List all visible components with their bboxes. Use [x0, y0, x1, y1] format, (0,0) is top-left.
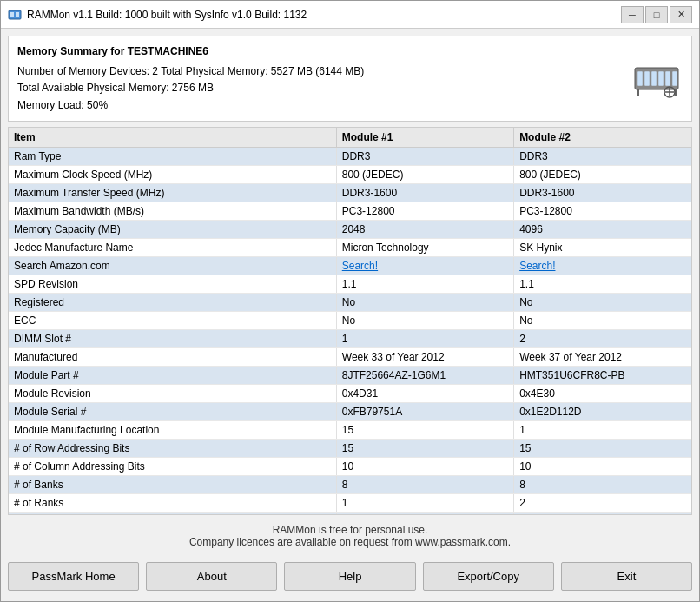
cell-mod1: Week 33 of Year 2012 [336, 347, 513, 366]
cell-item: Ram Type [9, 147, 336, 165]
svg-rect-1 [10, 12, 14, 17]
svg-rect-10 [637, 89, 639, 96]
cell-mod2: DDR3 [514, 147, 691, 165]
svg-rect-7 [658, 71, 664, 86]
cell-item: Device Width in Bits [9, 512, 336, 515]
export-copy-button[interactable]: Export/Copy [423, 562, 554, 591]
data-table-wrapper: Item Module #1 Module #2 Ram TypeDDR3DDR… [8, 127, 692, 515]
about-button[interactable]: About [146, 562, 277, 591]
table-row: Search Amazon.comSearch!Search! [9, 256, 691, 275]
cell-item: Registered [9, 293, 336, 311]
cell-mod1: 0x4D31 [336, 384, 513, 402]
maximize-button[interactable]: □ [645, 6, 668, 23]
cell-item: Jedec Manufacture Name [9, 238, 336, 256]
summary-section: Memory Summary for TESTMACHINE6 Number o… [8, 36, 692, 122]
button-row: PassMark Home About Help Export/Copy Exi… [8, 557, 692, 594]
cell-item: Maximum Transfer Speed (MHz) [9, 183, 336, 202]
table-row: # of Ranks12 [9, 493, 691, 512]
summary-line1: Number of Memory Devices: 2 Total Physic… [17, 63, 364, 80]
table-row: Maximum Transfer Speed (MHz)DDR3-1600DDR… [9, 183, 691, 202]
cell-mod1: Micron Technology [336, 238, 513, 256]
table-row: # of Column Addressing Bits1010 [9, 457, 691, 475]
table-row: Module Part #8JTF25664AZ-1G6M1HMT351U6CF… [9, 366, 691, 384]
cell-item: Module Part # [9, 366, 336, 384]
content-area: Memory Summary for TESTMACHINE6 Number o… [1, 29, 699, 601]
passmark-home-button[interactable]: PassMark Home [8, 562, 139, 591]
svg-rect-2 [16, 12, 19, 17]
cell-mod1: 15 [336, 439, 513, 457]
cell-mod1: 15 [336, 420, 513, 439]
cell-mod2: HMT351U6CFR8C-PB [514, 366, 691, 384]
cell-mod2: DDR3-1600 [514, 183, 691, 202]
table-row: Maximum Bandwidth (MB/s)PC3-12800PC3-128… [9, 202, 691, 220]
table-row: DIMM Slot #12 [9, 329, 691, 347]
col-header-item: Item [9, 128, 336, 148]
cell-mod1: PC3-12800 [336, 202, 513, 220]
cell-item: Module Serial # [9, 402, 336, 420]
cell-mod1: No [336, 293, 513, 311]
cell-mod2: 800 (JEDEC) [514, 165, 691, 183]
cell-mod1: 8 [336, 475, 513, 493]
cell-mod1: No [336, 311, 513, 329]
cell-item: # of Banks [9, 475, 336, 493]
minimize-button[interactable]: ─ [621, 6, 644, 23]
table-row: SPD Revision1.11.1 [9, 275, 691, 293]
cell-item: # of Column Addressing Bits [9, 457, 336, 475]
cell-mod1: 8 [336, 512, 513, 515]
cell-mod2: 2 [514, 493, 691, 512]
cell-mod2: 8 [514, 512, 691, 515]
cell-item: ECC [9, 311, 336, 329]
summary-line2: Total Available Physical Memory: 2756 MB [17, 80, 364, 96]
cell-mod1: 8JTF25664AZ-1G6M1 [336, 366, 513, 384]
svg-rect-8 [665, 71, 670, 86]
cell-item: Maximum Clock Speed (MHz) [9, 165, 336, 183]
summary-heading: Memory Summary for TESTMACHINE6 [17, 43, 364, 60]
cell-mod2: 2 [514, 329, 691, 347]
cell-item: SPD Revision [9, 275, 336, 293]
app-icon [8, 8, 22, 22]
cell-mod2: 0x4E30 [514, 384, 691, 402]
table-row: Ram TypeDDR3DDR3 [9, 147, 691, 165]
table-row: Module Manufacturing Location151 [9, 420, 691, 439]
table-row: ECCNoNo [9, 311, 691, 329]
cell-mod1: 0xFB79751A [336, 402, 513, 420]
main-window: RAMMon v1.1 Build: 1000 built with SysIn… [0, 0, 700, 602]
svg-rect-9 [672, 71, 677, 86]
close-button[interactable]: ✕ [670, 6, 692, 23]
exit-button[interactable]: Exit [561, 562, 692, 591]
table-row: Memory Capacity (MB)20484096 [9, 220, 691, 238]
cell-mod2: PC3-12800 [514, 202, 691, 220]
cell-mod2: No [514, 311, 691, 329]
svg-rect-4 [637, 71, 643, 86]
cell-item: Manufactured [9, 347, 336, 366]
cell-mod2: 0x1E2D112D [514, 402, 691, 420]
cell-mod1: DDR3-1600 [336, 183, 513, 202]
summary-line3: Memory Load: 50% [17, 97, 364, 114]
cell-mod1: DDR3 [336, 147, 513, 165]
cell-item: Memory Capacity (MB) [9, 220, 336, 238]
footer-line2: Company licences are available on reques… [8, 536, 692, 548]
footer-line1: RAMMon is free for personal use. [8, 524, 692, 536]
cell-mod1: 10 [336, 457, 513, 475]
cell-mod2: 8 [514, 475, 691, 493]
cell-mod1: 2048 [336, 220, 513, 238]
help-button[interactable]: Help [284, 562, 415, 591]
title-bar-left: RAMMon v1.1 Build: 1000 built with SysIn… [8, 8, 307, 22]
cell-mod1: 1 [336, 329, 513, 347]
svg-rect-5 [644, 71, 650, 86]
cell-mod2[interactable]: Search! [514, 256, 691, 275]
window-title: RAMMon v1.1 Build: 1000 built with SysIn… [27, 9, 307, 21]
cell-item: DIMM Slot # [9, 329, 336, 347]
table-row: Device Width in Bits88 [9, 512, 691, 515]
cell-mod2: 10 [514, 457, 691, 475]
cell-mod1: 800 (JEDEC) [336, 165, 513, 183]
table-row: ManufacturedWeek 33 of Year 2012Week 37 … [9, 347, 691, 366]
title-bar: RAMMon v1.1 Build: 1000 built with SysIn… [1, 1, 699, 29]
cell-mod1[interactable]: Search! [336, 256, 513, 275]
cell-item: # of Row Addressing Bits [9, 439, 336, 457]
cell-item: # of Ranks [9, 493, 336, 512]
cell-item: Module Revision [9, 384, 336, 402]
ram-icon [631, 56, 683, 100]
table-row: Module Serial #0xFB79751A0x1E2D112D [9, 402, 691, 420]
cell-mod2: No [514, 293, 691, 311]
